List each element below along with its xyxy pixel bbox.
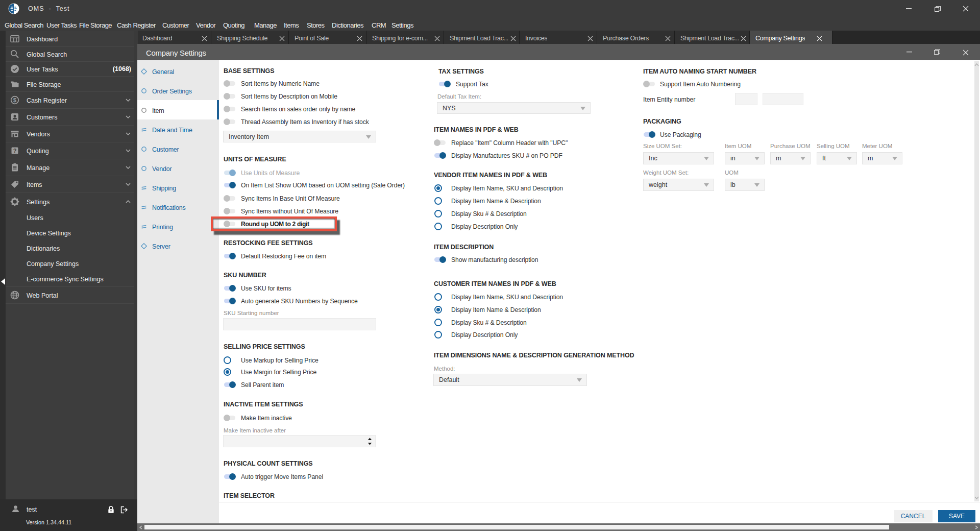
svg-text:$: $ — [13, 97, 17, 103]
svg-text:?: ? — [13, 148, 17, 154]
